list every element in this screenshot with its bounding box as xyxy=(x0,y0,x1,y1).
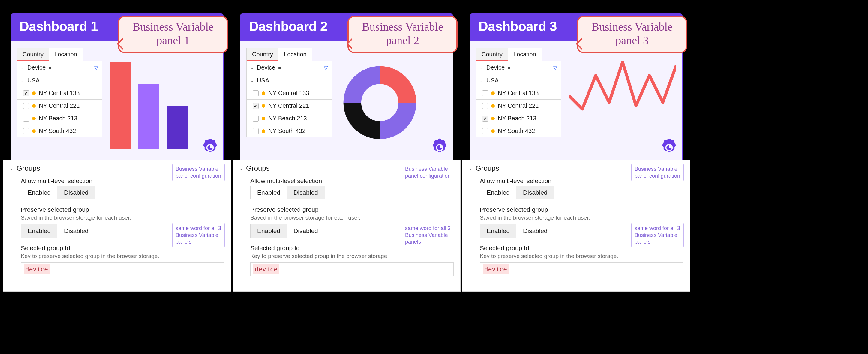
device-item[interactable]: NY Beach 213 xyxy=(247,112,332,125)
list-icon[interactable]: ≡ xyxy=(49,65,51,70)
checkbox-icon[interactable] xyxy=(482,128,488,134)
callout-line2: panel 1 xyxy=(156,34,190,46)
callout-line2: panel 2 xyxy=(386,34,419,46)
checkbox-icon[interactable] xyxy=(482,103,488,109)
status-dot-icon xyxy=(32,129,36,133)
device-item-label: NY Central 221 xyxy=(39,102,80,109)
device-item[interactable]: NY Beach 213 xyxy=(17,112,102,125)
device-item[interactable]: NY Central 221 xyxy=(476,100,561,112)
note-panel-config: Business Variable panel configuration xyxy=(402,163,454,181)
preserve-label: Preserve selected group xyxy=(250,206,454,213)
device-item[interactable]: NY South 432 xyxy=(476,125,561,137)
chevron-down-icon[interactable]: ⌄ xyxy=(480,78,483,83)
preserve-disabled[interactable]: Disabled xyxy=(57,224,95,237)
tree-header[interactable]: ⌄ Device ≡ ▽ xyxy=(247,61,332,74)
multi-level-disabled[interactable]: Disabled xyxy=(516,186,554,199)
tree-header[interactable]: ⌄ Device ≡ ▽ xyxy=(476,61,561,74)
preserve-toggle: Enabled Disabled xyxy=(250,224,325,238)
status-dot-icon xyxy=(491,129,495,133)
filter-icon[interactable]: ▽ xyxy=(553,64,557,71)
grafana-logo-icon xyxy=(429,137,451,158)
group-id-sublabel: Key to preserve selected group in the br… xyxy=(250,253,454,259)
device-item[interactable]: NY South 432 xyxy=(247,125,332,137)
group-id-sublabel: Key to preserve selected group in the br… xyxy=(21,253,224,259)
tab-location[interactable]: Location xyxy=(508,48,541,61)
checkbox-icon[interactable]: ✔ xyxy=(482,116,488,122)
chevron-down-icon[interactable]: ⌄ xyxy=(469,166,472,171)
group-id-input[interactable] xyxy=(21,262,224,276)
tree-group[interactable]: ⌄ USA xyxy=(476,74,561,87)
group-tabs: Country Location xyxy=(246,48,312,61)
preserve-sublabel: Saved in the browser storage for each us… xyxy=(21,215,224,221)
group-id-label: Selected group Id xyxy=(21,245,224,252)
checkbox-icon[interactable] xyxy=(23,103,29,109)
preserve-enabled[interactable]: Enabled xyxy=(251,224,287,237)
filter-icon[interactable]: ▽ xyxy=(324,64,328,71)
tree-group[interactable]: ⌄ USA xyxy=(17,74,102,87)
tree-header[interactable]: ⌄ Device ≡ ▽ xyxy=(17,61,102,74)
collapse-icon[interactable]: ⌄ xyxy=(480,65,483,70)
preserve-sublabel: Saved in the browser storage for each us… xyxy=(480,215,683,221)
preserve-toggle: Enabled Disabled xyxy=(21,224,95,238)
device-item-label: NY Central 133 xyxy=(39,90,80,97)
list-icon[interactable]: ≡ xyxy=(508,65,510,70)
device-item-label: NY Central 133 xyxy=(268,90,309,97)
group-id-input[interactable] xyxy=(480,262,683,276)
multi-level-enabled[interactable]: Enabled xyxy=(480,186,516,199)
preserve-enabled[interactable]: Enabled xyxy=(21,224,57,237)
device-item[interactable]: NY Central 221 xyxy=(17,100,102,112)
tree-group-label: USA xyxy=(27,77,40,84)
tree-group[interactable]: ⌄ USA xyxy=(247,74,332,87)
checkbox-icon[interactable] xyxy=(482,90,488,96)
note-same-word: same word for all 3 Business Variable pa… xyxy=(172,223,225,248)
collapse-icon[interactable]: ⌄ xyxy=(250,65,254,70)
device-item[interactable]: NY Central 133 xyxy=(247,87,332,100)
dashboard-body: Country Location ⌄ Device ≡ ▽ ⌄ USA NY C… xyxy=(240,41,453,160)
checkbox-icon[interactable] xyxy=(23,128,29,134)
callout-line1: Business Variable xyxy=(591,21,673,33)
tab-country[interactable]: Country xyxy=(476,48,508,61)
group-id-label: Selected group Id xyxy=(480,245,683,252)
group-id-input[interactable] xyxy=(250,262,454,276)
device-item-label: NY Beach 213 xyxy=(268,115,307,122)
checkbox-icon[interactable]: ✔ xyxy=(253,103,259,109)
multi-level-enabled[interactable]: Enabled xyxy=(251,186,287,199)
groups-config-panel: Business Variable panel configuration sa… xyxy=(232,160,461,292)
preserve-enabled[interactable]: Enabled xyxy=(480,224,516,237)
group-id-label: Selected group Id xyxy=(250,245,454,252)
tab-location[interactable]: Location xyxy=(278,48,312,61)
multi-level-disabled[interactable]: Disabled xyxy=(57,186,95,199)
tab-location[interactable]: Location xyxy=(49,48,83,61)
chevron-down-icon[interactable]: ⌄ xyxy=(21,78,24,83)
chevron-down-icon[interactable]: ⌄ xyxy=(250,78,254,83)
preserve-disabled[interactable]: Disabled xyxy=(287,224,324,237)
multi-level-enabled[interactable]: Enabled xyxy=(21,186,57,199)
collapse-icon[interactable]: ⌄ xyxy=(21,65,24,70)
tab-country[interactable]: Country xyxy=(17,48,49,61)
device-item-label: NY Beach 213 xyxy=(39,115,78,122)
filter-icon[interactable]: ▽ xyxy=(94,64,98,71)
checkbox-icon[interactable] xyxy=(253,90,259,96)
chevron-down-icon[interactable]: ⌄ xyxy=(240,166,243,171)
checkbox-icon[interactable]: ✔ xyxy=(23,90,29,96)
tab-country[interactable]: Country xyxy=(247,48,278,61)
device-item[interactable]: NY Central 133 xyxy=(476,87,561,100)
checkbox-icon[interactable] xyxy=(253,128,259,134)
chevron-down-icon[interactable]: ⌄ xyxy=(10,166,13,171)
note-panel-config: Business Variable panel configuration xyxy=(631,163,684,181)
device-item[interactable]: NY South 432 xyxy=(17,125,102,137)
note-same-word: same word for all 3 Business Variable pa… xyxy=(402,223,454,248)
multi-level-toggle: Enabled Disabled xyxy=(480,186,555,199)
preserve-disabled[interactable]: Disabled xyxy=(516,224,554,237)
device-item[interactable]: ✔ NY Central 133 xyxy=(17,87,102,100)
status-dot-icon xyxy=(491,104,495,108)
multi-level-disabled[interactable]: Disabled xyxy=(287,186,324,199)
list-icon[interactable]: ≡ xyxy=(278,65,281,70)
device-item-label: NY Beach 213 xyxy=(498,115,536,122)
device-item[interactable]: ✔ NY Beach 213 xyxy=(476,112,561,125)
dashboard-body: Country Location ⌄ Device ≡ ▽ ⌄ USA ✔ NY… xyxy=(10,41,223,160)
device-item[interactable]: ✔ NY Central 221 xyxy=(247,100,332,112)
checkbox-icon[interactable] xyxy=(23,116,29,122)
checkbox-icon[interactable] xyxy=(253,116,259,122)
multi-level-toggle: Enabled Disabled xyxy=(250,186,325,199)
